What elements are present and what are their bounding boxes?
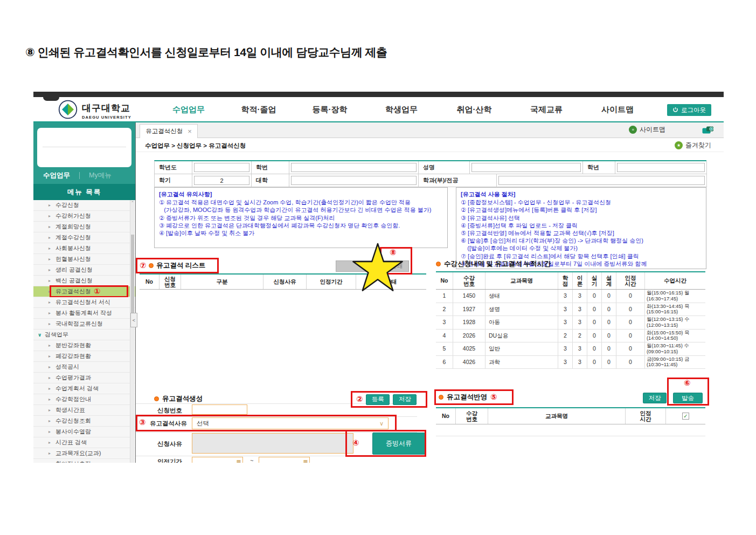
column-header: 인정기간 [307,275,356,289]
favorite-button[interactable]: ★ 즐겨찾기 [675,141,711,150]
table-cell: 1927 [453,303,485,316]
sidebar-item-13[interactable]: ▸분반강좌현황 [33,340,135,351]
nav-item-registration[interactable]: 등록·장학 [313,105,348,115]
arrow-right-icon: ▸ [48,440,54,445]
nav-item-international[interactable]: 국제교류 [530,105,563,115]
table-row[interactable]: 31928아동33000월(12:00~13:15) 수(12:00~13:15… [436,316,705,330]
university-emblem-icon [58,100,78,121]
sidebar-item-24[interactable]: ▸취업적성측정 [33,459,135,463]
table-row[interactable]: 64026과학33000금(09:00~10:15) 금(10:30~11:45… [436,356,705,369]
sidebar-item-7[interactable]: ▸백신 공결신청 [33,276,135,286]
period-start-input[interactable]: ▦ [192,457,243,463]
sidebar-item-8[interactable]: ▸유고결석신청① [33,286,135,297]
sidebar-item-14[interactable]: ▸폐강강좌현황 [33,351,135,362]
profile-card [37,128,131,167]
sidebar-scrollbar[interactable]: ⌃ [130,200,135,463]
sidebar-item-18[interactable]: ▸수강학점안내 [33,394,135,405]
sitemap-label: 사이트맵 [640,125,665,134]
table-cell: 4025 [453,342,485,355]
table-cell: 1450 [453,290,485,303]
nav-item-classes[interactable]: 수업업무 [172,105,205,115]
college-input[interactable] [291,176,417,185]
nav-item-student-affairs[interactable]: 학생업무 [385,105,418,115]
sidebar-tab-classwork[interactable]: 수업업무 [33,171,70,180]
department-input[interactable] [498,176,705,185]
column-header: 교과목명 [485,272,558,289]
apply-save-button[interactable]: 저장 [643,393,667,403]
table-cell: 3 [558,356,573,369]
table-cell: 0 [602,303,616,316]
reason-textarea[interactable] [192,433,353,454]
arrow-right-icon: ▸ [48,278,54,283]
semester-input[interactable] [194,176,249,185]
annotation-box-5: 유고결석반영 ⑤ [434,389,514,405]
table-cell: 0 [587,356,602,369]
sidebar-item-20[interactable]: ▸수강신청조회 [33,416,135,427]
column-header: 이 론 [573,272,587,289]
nav-item-records[interactable]: 학적·졸업 [241,105,276,115]
sidebar-tab-mymenu[interactable]: My메뉴 [89,171,112,180]
table-cell: 0 [587,290,602,303]
reason-select[interactable]: 선택 ∨ [192,417,389,429]
reason-label: 신청사유 [157,440,182,448]
sidebar-item-12[interactable]: ∨검색업무 [33,330,135,340]
logout-button[interactable]: 로그아웃 [667,104,711,116]
sidebar-item-label: 헌혈봉사신청 [56,255,91,263]
grade-input[interactable] [617,163,705,172]
sidebar-item-17[interactable]: ▸수업계획서 검색 [33,383,135,394]
table-cell: 0 [602,290,616,303]
period-end-input[interactable]: ▦ [259,457,310,463]
table-cell: 3 [573,303,587,316]
close-icon[interactable]: × [188,128,192,135]
table-cell: 0 [602,356,616,369]
sidebar-item-3[interactable]: ▸계절수강신청 [33,232,135,243]
request-no-input[interactable] [192,404,247,415]
arrow-right-icon: ▸ [48,408,54,413]
university-logo[interactable]: 대구대학교 DAEGU UNIVERSITY [58,100,131,121]
table-row[interactable]: 54025일반33000월(10:30~11:45) 수(09:00~10:15… [436,342,705,356]
student-id-input[interactable] [291,163,417,172]
sidebar-item-16[interactable]: ▸수업평가결과 [33,373,135,383]
sidebar-item-label: 수강신청 [56,201,79,209]
sidebar-item-22[interactable]: ▸시간표 검색 [33,437,135,448]
sidebar-item-21[interactable]: ▸봉사이수열람 [33,427,135,437]
quick-window-icon[interactable] [702,126,714,136]
sidebar-item-label: 생리 공결신청 [56,266,93,274]
name-input[interactable] [471,163,581,172]
table-row[interactable]: 42026DU실용22000화(15:00~15:50) 목(14:00~14:… [436,330,705,343]
sidebar-item-9[interactable]: ▸유고결석신청서 서식 [33,297,135,308]
send-button[interactable]: 발송 [673,393,703,403]
nav-item-career[interactable]: 취업·산학 [457,105,492,115]
sidebar-item-2[interactable]: ▸계절희망신청 [33,222,135,232]
sidebar-item-15[interactable]: ▸성적공시 [33,362,135,373]
sidebar-item-0[interactable]: ▸수강신청 [33,200,135,211]
column-header: 학 점 [558,272,573,289]
sidebar-item-10[interactable]: ▸봉사 활동계획서 작성 [33,308,135,319]
attachment-button[interactable]: 증빙서류 [372,433,425,455]
table-cell: 3 [558,342,573,355]
table-row[interactable]: 21927생명33000화(13:30~14:45) 목(15:00~16:15… [436,303,705,317]
sidebar-item-5[interactable]: ▸헌혈봉사신청 [33,254,135,265]
tab-absence-application[interactable]: 유고결석신청 × [140,124,198,138]
sidebar-item-11[interactable]: ▸국내학점교류신청 [33,319,135,330]
calendar-icon[interactable]: ▦ [236,459,241,463]
year-input[interactable] [194,163,249,172]
sitemap-link[interactable]: ≡ 사이트맵 [629,125,665,134]
calendar-icon[interactable]: ▦ [303,459,308,463]
chevron-down-icon: ∨ [379,420,384,427]
sidebar-item-19[interactable]: ▸학생시간표 [33,405,135,416]
reason-select-value: 선택 [197,420,209,428]
sidebar-item-4[interactable]: ▸사회봉사신청 [33,243,135,254]
nav-item-sitemap[interactable]: 사이트맵 [601,105,634,115]
table-row[interactable]: 11450생태33000월(15:00~16:15) 월(16:30~17:45… [436,290,705,303]
arrow-right-icon: ▸ [48,343,54,348]
notice-title: [유고결석 유의사항] [159,190,443,198]
sidebar-item-6[interactable]: ▸생리 공결신청 [33,265,135,276]
table-cell: 0 [587,303,602,316]
select-all-checkbox[interactable]: ✓ [682,413,689,420]
sidebar-item-1[interactable]: ▸수강허가신청 [33,211,135,222]
sidebar-collapse-handle[interactable]: < [130,313,137,327]
scroll-up-icon[interactable]: ⌃ [130,201,135,205]
sidebar-item-23[interactable]: ▸교과목개요(교과) [33,448,135,459]
sidebar-item-label: 취업적성측정 [56,460,91,463]
